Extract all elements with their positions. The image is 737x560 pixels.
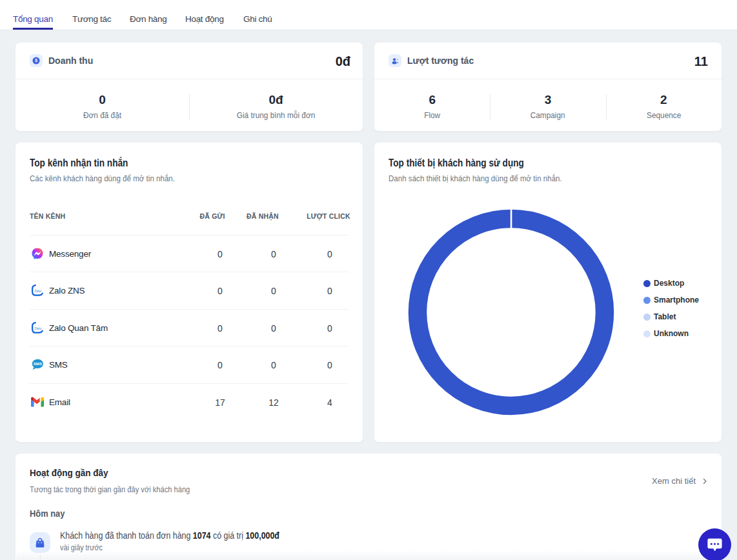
svg-text:Zalo: Zalo xyxy=(34,326,42,330)
svg-text:SMS: SMS xyxy=(34,362,42,366)
svg-text:$: $ xyxy=(35,58,37,63)
svg-text:Zalo: Zalo xyxy=(34,289,42,293)
